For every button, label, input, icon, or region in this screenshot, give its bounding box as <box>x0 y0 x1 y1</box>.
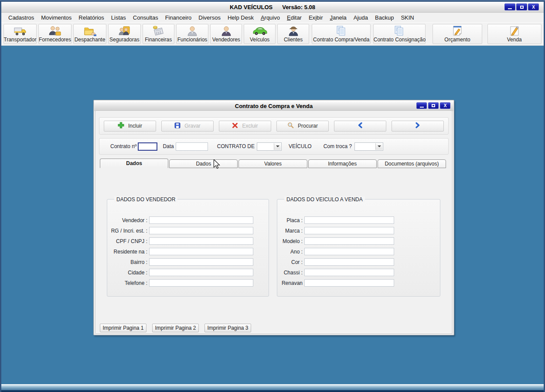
modelo-input[interactable] <box>304 237 394 245</box>
suppliers-icon <box>48 25 61 37</box>
previous-button[interactable] <box>334 121 386 132</box>
menu-item-ajuda[interactable]: Ajuda <box>350 13 371 22</box>
contract-pages-icon <box>336 25 347 37</box>
toolbar-button-orcamento[interactable]: Orçamento <box>433 24 482 44</box>
incluir-button[interactable]: Incluir <box>104 121 156 132</box>
dialog-titlebar[interactable]: Contrato de Compra e Venda X <box>94 101 453 111</box>
contract-number-input[interactable] <box>138 142 157 151</box>
menu-item-editar[interactable]: Editar <box>283 13 305 22</box>
renavan-input[interactable] <box>304 279 394 287</box>
rg-inscricao-input[interactable] <box>149 227 253 234</box>
contract-of-select[interactable] <box>257 142 282 151</box>
insurers-icon <box>118 25 131 37</box>
app-version: Versão: 5.08 <box>282 4 315 10</box>
chevron-down-icon[interactable] <box>375 143 382 150</box>
minimize-icon <box>508 8 512 9</box>
search-icon <box>287 122 294 130</box>
delete-icon <box>232 122 238 130</box>
page-pencil-icon <box>452 25 463 37</box>
tab-documentos[interactable]: Documentos (arquivos) <box>378 159 446 168</box>
toolbar-button-contrato-consignacao[interactable]: Contrato Consignação <box>373 24 426 44</box>
dialog-minimize-button[interactable] <box>416 102 427 109</box>
chevron-right-icon <box>415 122 420 130</box>
app-title: KAD VEÍCULOS <box>230 4 272 10</box>
placa-input[interactable] <box>304 216 394 224</box>
employee-icon <box>186 25 198 37</box>
pencil-icon <box>509 25 520 37</box>
minimize-icon <box>420 107 424 108</box>
menu-item-helpdesk[interactable]: Help Desk <box>224 13 257 22</box>
tab-informacoes[interactable]: Informações <box>308 159 377 168</box>
excluir-button[interactable]: Excluir <box>219 121 271 132</box>
with-trade-label: Com troca ? <box>324 143 352 149</box>
residente-input[interactable] <box>149 248 253 255</box>
maximize-icon <box>432 104 435 107</box>
mouse-cursor <box>212 159 221 170</box>
toolbar-button-financeiras[interactable]: Financeiras <box>143 24 174 44</box>
toolbar-button-vendedores[interactable]: Vendedores <box>210 24 242 44</box>
cpf-cnpj-input[interactable] <box>149 237 253 245</box>
ano-input[interactable] <box>304 248 394 255</box>
menu-item-cadastros[interactable]: Cadastros <box>5 13 37 22</box>
status-strip <box>1 384 544 392</box>
dialog-maximize-button[interactable] <box>428 102 439 109</box>
toolbar-button-seguradoras[interactable]: Seguradoras <box>108 24 141 44</box>
car-icon <box>252 25 267 37</box>
toolbar-button-veiculos[interactable]: Veículos <box>244 24 276 44</box>
toolbar-button-contrato-compra-venda[interactable]: Contrato Compra/Venda <box>312 24 371 44</box>
chassi-input[interactable] <box>304 269 394 276</box>
toolbar-button-transportador[interactable]: Transportador <box>3 24 37 44</box>
cor-input[interactable] <box>304 258 394 266</box>
folder-hand-icon <box>83 25 96 37</box>
tab-valores[interactable]: Valores <box>238 159 307 168</box>
menu-item-exibir[interactable]: Exibir <box>305 13 327 22</box>
imprimir-pagina-1-button[interactable]: Imprimir Pagina 1 <box>100 324 146 332</box>
menu-item-relatorios[interactable]: Relatórios <box>75 13 108 22</box>
menu-item-financeiro[interactable]: Financeiro <box>162 13 195 22</box>
action-toolbar: Incluir Gravar Excluir Procurar <box>99 117 449 135</box>
save-icon <box>174 122 181 130</box>
client-icon <box>287 25 300 37</box>
chevron-down-icon[interactable] <box>274 143 281 150</box>
close-button[interactable]: X <box>528 3 539 10</box>
tab-dados-2[interactable]: Dados <box>169 159 238 168</box>
menu-item-arquivo[interactable]: Arquivo <box>257 13 283 22</box>
toolbar-button-fornecedores[interactable]: Fornecedores <box>38 24 72 44</box>
vehicle-group-title: DADOS DO VEICULO A VENDA <box>284 196 365 203</box>
contract-dialog: Contrato de Compra e Venda X Incluir Gra… <box>93 100 454 335</box>
date-input[interactable] <box>176 142 208 151</box>
minimize-button[interactable] <box>504 3 515 10</box>
menu-item-consultas[interactable]: Consultas <box>129 13 162 22</box>
menu-item-listas[interactable]: Listas <box>108 13 129 22</box>
maximize-button[interactable] <box>516 3 527 10</box>
menu-item-skin[interactable]: SKIN <box>397 13 417 22</box>
gravar-button[interactable]: Gravar <box>161 121 214 132</box>
procurar-button[interactable]: Procurar <box>276 121 329 132</box>
menu-item-backup[interactable]: Backup <box>371 13 397 22</box>
with-trade-select[interactable] <box>354 142 383 151</box>
dialog-close-button[interactable]: X <box>440 102 450 109</box>
imprimir-pagina-2-button[interactable]: Imprimir Pagina 2 <box>152 324 199 332</box>
date-label: Data <box>163 143 174 149</box>
menu-item-movimentos[interactable]: Movimentos <box>37 13 75 22</box>
cidade-input[interactable] <box>149 269 253 276</box>
maximize-icon <box>520 6 524 9</box>
dialog-body: Incluir Gravar Excluir Procurar <box>96 111 452 333</box>
contract-of-label: CONTRATO DE <box>217 143 255 149</box>
next-button[interactable] <box>392 121 444 132</box>
telefone-input[interactable] <box>149 279 253 287</box>
toolbar-button-despachante[interactable]: Despachante <box>73 24 106 44</box>
toolbar-button-clientes[interactable]: Clientes <box>277 24 309 44</box>
imprimir-pagina-3-button[interactable]: Imprimir Pagina 3 <box>204 324 251 332</box>
marca-input[interactable] <box>304 227 394 234</box>
main-titlebar[interactable]: KAD VEÍCULOS Versão: 5.08 X <box>1 2 544 13</box>
dialog-title: Contrato de Compra e Venda <box>235 103 313 109</box>
filter-panel: Contrato nº Data CONTRATO DE VEÍCULO Com… <box>99 138 449 155</box>
tab-dados-1[interactable]: Dados <box>100 159 168 168</box>
vendedor-input[interactable] <box>149 216 253 224</box>
menu-item-janela[interactable]: Janela <box>326 13 350 22</box>
toolbar-button-funcionarios[interactable]: Funcionários <box>176 24 209 44</box>
menu-item-diversos[interactable]: Diversos <box>195 13 224 22</box>
toolbar-button-venda[interactable]: Venda <box>487 24 542 44</box>
bairro-input[interactable] <box>149 258 253 266</box>
